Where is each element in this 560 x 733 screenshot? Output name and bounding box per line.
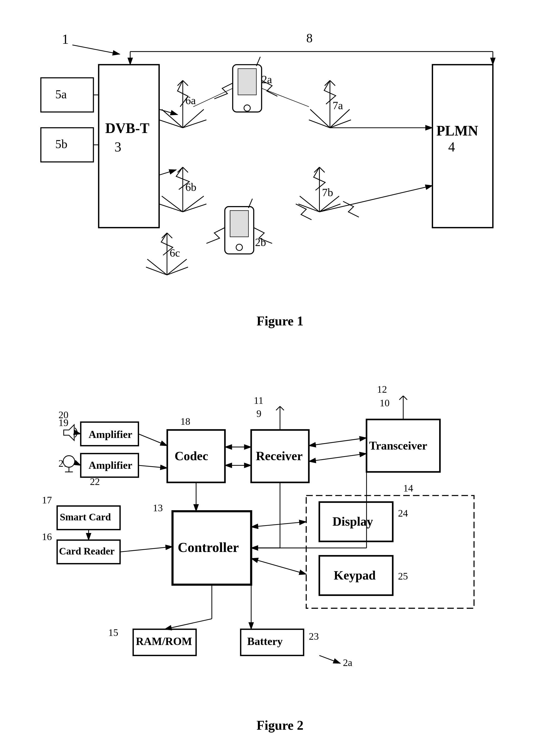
battery-label: Battery — [247, 635, 283, 647]
svg-line-42 — [309, 120, 330, 128]
mic-icon — [63, 456, 75, 467]
transceiver-label: Transceiver — [369, 439, 427, 452]
svg-line-14 — [183, 120, 207, 128]
svg-line-56 — [262, 88, 309, 107]
svg-line-67 — [280, 406, 284, 410]
label-6b: 6b — [185, 181, 196, 193]
display-label: Display — [332, 515, 373, 528]
label-2b: 2b — [255, 236, 266, 248]
label-5b: 5b — [55, 137, 68, 151]
svg-line-24 — [167, 233, 172, 238]
label-6c: 6c — [170, 247, 180, 259]
svg-line-18 — [162, 196, 183, 212]
svg-line-27 — [146, 267, 167, 275]
svg-line-48 — [300, 196, 319, 212]
svg-line-39 — [330, 80, 335, 86]
svg-rect-30 — [238, 69, 256, 95]
figure2-diagram: 19 21 Amplifier 20 Amplifier 22 — [30, 349, 530, 703]
svg-line-17 — [183, 167, 188, 172]
svg-line-72 — [403, 396, 407, 400]
label-8: 8 — [306, 31, 312, 45]
svg-line-40 — [310, 109, 330, 128]
label-17: 17 — [42, 495, 52, 506]
cardreader-label: Card Reader — [59, 546, 115, 557]
svg-line-79 — [120, 547, 172, 552]
svg-line-10 — [183, 80, 188, 86]
figure2-caption: Figure 2 — [30, 718, 530, 733]
label-14: 14 — [403, 483, 413, 494]
svg-line-71 — [399, 396, 403, 400]
label-6a: 6a — [185, 94, 196, 106]
svg-rect-34 — [230, 211, 249, 237]
svg-line-50 — [298, 204, 319, 212]
label-23: 23 — [309, 631, 319, 642]
svg-line-80 — [251, 522, 306, 527]
svg-line-54 — [159, 170, 176, 175]
svg-line-41 — [330, 109, 350, 128]
svg-line-11 — [162, 109, 183, 128]
svg-line-66 — [276, 406, 280, 410]
label-22: 22 — [90, 476, 100, 487]
label-2a-bottom: 2a — [343, 657, 352, 668]
receiver-label: Receiver — [256, 449, 303, 463]
plmn-label: PLMN — [436, 123, 478, 139]
ramrom-label: RAM/ROM — [136, 635, 192, 647]
dvbt-num: 3 — [115, 139, 121, 154]
label-10: 10 — [380, 397, 390, 409]
svg-line-64 — [139, 465, 167, 468]
smartcard-label: Smart Card — [60, 512, 111, 523]
figure2-svg: 19 21 Amplifier 20 Amplifier 22 — [30, 349, 530, 703]
plmn-num: 4 — [448, 139, 455, 154]
phone-2a: 2a — [214, 57, 277, 112]
tower-7a: 7a — [309, 80, 433, 128]
phone-2b: 2b — [206, 199, 272, 254]
svg-line-81 — [251, 559, 306, 574]
svg-line-43 — [330, 120, 351, 128]
svg-line-20 — [159, 204, 183, 212]
label-15: 15 — [108, 627, 118, 638]
label-18: 18 — [180, 416, 190, 427]
figure1-caption: Figure 1 — [30, 314, 530, 328]
label-12: 12 — [377, 384, 387, 395]
svg-line-74 — [309, 454, 367, 461]
svg-line-28 — [167, 267, 188, 275]
controller-label: Controller — [178, 540, 239, 555]
svg-line-62 — [75, 463, 81, 465]
tower-6b: 6b — [159, 167, 206, 212]
label-2a-top: 2a — [262, 73, 272, 85]
label-1: 1 — [62, 32, 69, 47]
svg-line-12 — [183, 109, 204, 128]
label-7a: 7a — [332, 100, 343, 112]
amplifier2-label: Amplifier — [88, 459, 132, 471]
label-24: 24 — [398, 508, 408, 519]
plmn-box — [432, 65, 493, 228]
amplifier1-label: Amplifier — [88, 429, 132, 440]
svg-line-55 — [193, 88, 233, 107]
svg-line-61 — [75, 433, 81, 434]
dvbt-label: DVB-T — [105, 120, 149, 136]
svg-line-84 — [319, 655, 340, 663]
svg-line-19 — [183, 196, 204, 212]
label-5a: 5a — [55, 87, 67, 101]
box-5a — [41, 78, 94, 112]
label-7b: 7b — [322, 186, 333, 198]
tower-7b: 7b — [296, 167, 433, 220]
label-16: 16 — [42, 531, 52, 542]
figure1-diagram: 1 8 DVB-T 3 PLMN — [30, 20, 530, 298]
page: 1 8 DVB-T 3 PLMN — [0, 0, 560, 733]
svg-line-21 — [183, 204, 207, 212]
svg-line-73 — [309, 438, 367, 446]
label-11: 11 — [254, 395, 263, 406]
label-25: 25 — [398, 571, 408, 582]
label-13: 13 — [153, 502, 163, 514]
dvbt-box — [99, 65, 159, 228]
svg-line-25 — [147, 259, 167, 275]
svg-line-47 — [319, 167, 325, 172]
label-9: 9 — [256, 408, 261, 419]
svg-line-86 — [165, 619, 212, 629]
codec-label: Codec — [175, 449, 208, 463]
svg-line-53 — [159, 109, 177, 115]
svg-line-13 — [159, 120, 183, 128]
tower-6c: 6c — [146, 233, 188, 275]
svg-line-26 — [167, 259, 187, 275]
